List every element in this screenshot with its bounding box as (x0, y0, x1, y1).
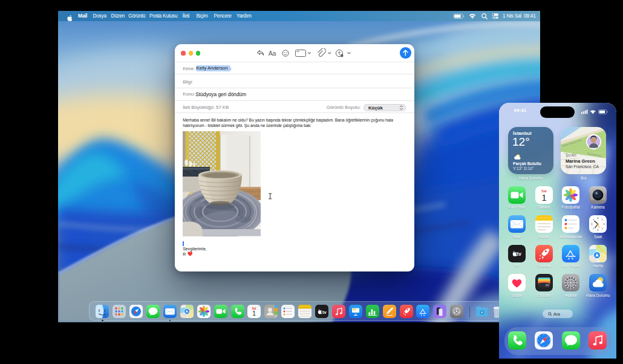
svg-text:Sal: Sal (541, 189, 547, 192)
svg-text:Marina Green: Marina Green (566, 158, 595, 164)
svg-text:Şu An: Şu An (566, 153, 576, 158)
svg-text:1: 1 (541, 193, 546, 203)
svg-text:San Francisco, CA: San Francisco, CA (566, 164, 599, 169)
svg-text:1: 1 (252, 310, 256, 317)
svg-text:tv: tv (517, 252, 522, 257)
svg-text:tv: tv (322, 310, 327, 315)
